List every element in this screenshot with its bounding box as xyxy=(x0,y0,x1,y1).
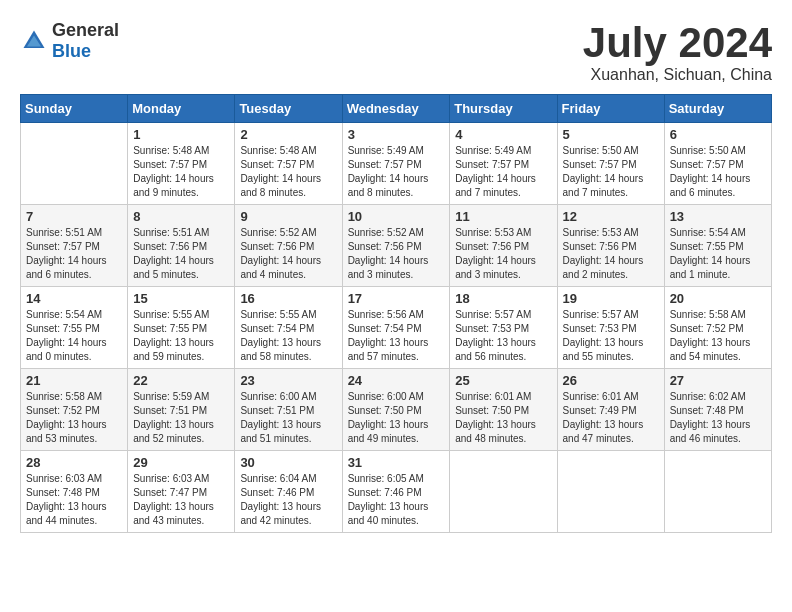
day-number: 7 xyxy=(26,209,122,224)
weekday-header: Thursday xyxy=(450,95,557,123)
day-info: Sunrise: 5:52 AM Sunset: 7:56 PM Dayligh… xyxy=(348,226,445,282)
calendar-week-row: 28Sunrise: 6:03 AM Sunset: 7:48 PM Dayli… xyxy=(21,451,772,533)
calendar-week-row: 21Sunrise: 5:58 AM Sunset: 7:52 PM Dayli… xyxy=(21,369,772,451)
day-number: 9 xyxy=(240,209,336,224)
weekday-header: Wednesday xyxy=(342,95,450,123)
calendar-week-row: 1Sunrise: 5:48 AM Sunset: 7:57 PM Daylig… xyxy=(21,123,772,205)
calendar-cell: 15Sunrise: 5:55 AM Sunset: 7:55 PM Dayli… xyxy=(128,287,235,369)
day-info: Sunrise: 6:05 AM Sunset: 7:46 PM Dayligh… xyxy=(348,472,445,528)
day-number: 21 xyxy=(26,373,122,388)
calendar-cell xyxy=(557,451,664,533)
calendar-cell: 25Sunrise: 6:01 AM Sunset: 7:50 PM Dayli… xyxy=(450,369,557,451)
day-number: 18 xyxy=(455,291,551,306)
weekday-header: Monday xyxy=(128,95,235,123)
day-number: 29 xyxy=(133,455,229,470)
day-number: 4 xyxy=(455,127,551,142)
weekday-header: Tuesday xyxy=(235,95,342,123)
calendar-cell xyxy=(21,123,128,205)
day-info: Sunrise: 5:59 AM Sunset: 7:51 PM Dayligh… xyxy=(133,390,229,446)
calendar-cell: 26Sunrise: 6:01 AM Sunset: 7:49 PM Dayli… xyxy=(557,369,664,451)
day-info: Sunrise: 5:48 AM Sunset: 7:57 PM Dayligh… xyxy=(133,144,229,200)
calendar-cell: 17Sunrise: 5:56 AM Sunset: 7:54 PM Dayli… xyxy=(342,287,450,369)
calendar-cell: 4Sunrise: 5:49 AM Sunset: 7:57 PM Daylig… xyxy=(450,123,557,205)
day-info: Sunrise: 5:48 AM Sunset: 7:57 PM Dayligh… xyxy=(240,144,336,200)
month-title: July 2024 xyxy=(583,20,772,66)
day-info: Sunrise: 5:50 AM Sunset: 7:57 PM Dayligh… xyxy=(670,144,766,200)
calendar-cell: 27Sunrise: 6:02 AM Sunset: 7:48 PM Dayli… xyxy=(664,369,771,451)
day-number: 3 xyxy=(348,127,445,142)
day-info: Sunrise: 5:55 AM Sunset: 7:55 PM Dayligh… xyxy=(133,308,229,364)
day-number: 14 xyxy=(26,291,122,306)
calendar-cell: 6Sunrise: 5:50 AM Sunset: 7:57 PM Daylig… xyxy=(664,123,771,205)
day-number: 5 xyxy=(563,127,659,142)
day-info: Sunrise: 6:00 AM Sunset: 7:50 PM Dayligh… xyxy=(348,390,445,446)
day-info: Sunrise: 6:00 AM Sunset: 7:51 PM Dayligh… xyxy=(240,390,336,446)
day-number: 28 xyxy=(26,455,122,470)
day-info: Sunrise: 5:51 AM Sunset: 7:56 PM Dayligh… xyxy=(133,226,229,282)
weekday-header: Sunday xyxy=(21,95,128,123)
calendar-cell: 10Sunrise: 5:52 AM Sunset: 7:56 PM Dayli… xyxy=(342,205,450,287)
day-number: 10 xyxy=(348,209,445,224)
calendar-cell: 18Sunrise: 5:57 AM Sunset: 7:53 PM Dayli… xyxy=(450,287,557,369)
day-number: 22 xyxy=(133,373,229,388)
calendar-cell: 22Sunrise: 5:59 AM Sunset: 7:51 PM Dayli… xyxy=(128,369,235,451)
calendar-cell: 28Sunrise: 6:03 AM Sunset: 7:48 PM Dayli… xyxy=(21,451,128,533)
page-header: General Blue July 2024 Xuanhan, Sichuan,… xyxy=(20,20,772,84)
calendar-cell: 1Sunrise: 5:48 AM Sunset: 7:57 PM Daylig… xyxy=(128,123,235,205)
day-info: Sunrise: 6:01 AM Sunset: 7:49 PM Dayligh… xyxy=(563,390,659,446)
calendar-cell: 8Sunrise: 5:51 AM Sunset: 7:56 PM Daylig… xyxy=(128,205,235,287)
day-number: 15 xyxy=(133,291,229,306)
weekday-header-row: SundayMondayTuesdayWednesdayThursdayFrid… xyxy=(21,95,772,123)
day-number: 26 xyxy=(563,373,659,388)
day-info: Sunrise: 5:58 AM Sunset: 7:52 PM Dayligh… xyxy=(670,308,766,364)
calendar-cell: 21Sunrise: 5:58 AM Sunset: 7:52 PM Dayli… xyxy=(21,369,128,451)
day-info: Sunrise: 5:50 AM Sunset: 7:57 PM Dayligh… xyxy=(563,144,659,200)
day-info: Sunrise: 5:58 AM Sunset: 7:52 PM Dayligh… xyxy=(26,390,122,446)
day-info: Sunrise: 6:03 AM Sunset: 7:48 PM Dayligh… xyxy=(26,472,122,528)
calendar-cell: 11Sunrise: 5:53 AM Sunset: 7:56 PM Dayli… xyxy=(450,205,557,287)
calendar-week-row: 14Sunrise: 5:54 AM Sunset: 7:55 PM Dayli… xyxy=(21,287,772,369)
day-number: 20 xyxy=(670,291,766,306)
day-number: 17 xyxy=(348,291,445,306)
logo-blue-text: Blue xyxy=(52,41,91,61)
day-number: 24 xyxy=(348,373,445,388)
day-number: 1 xyxy=(133,127,229,142)
calendar-cell: 14Sunrise: 5:54 AM Sunset: 7:55 PM Dayli… xyxy=(21,287,128,369)
calendar-cell: 29Sunrise: 6:03 AM Sunset: 7:47 PM Dayli… xyxy=(128,451,235,533)
location-title: Xuanhan, Sichuan, China xyxy=(583,66,772,84)
calendar-cell: 24Sunrise: 6:00 AM Sunset: 7:50 PM Dayli… xyxy=(342,369,450,451)
calendar-table: SundayMondayTuesdayWednesdayThursdayFrid… xyxy=(20,94,772,533)
day-info: Sunrise: 6:02 AM Sunset: 7:48 PM Dayligh… xyxy=(670,390,766,446)
day-info: Sunrise: 5:51 AM Sunset: 7:57 PM Dayligh… xyxy=(26,226,122,282)
day-info: Sunrise: 6:03 AM Sunset: 7:47 PM Dayligh… xyxy=(133,472,229,528)
day-info: Sunrise: 5:53 AM Sunset: 7:56 PM Dayligh… xyxy=(563,226,659,282)
day-number: 11 xyxy=(455,209,551,224)
calendar-week-row: 7Sunrise: 5:51 AM Sunset: 7:57 PM Daylig… xyxy=(21,205,772,287)
calendar-cell: 9Sunrise: 5:52 AM Sunset: 7:56 PM Daylig… xyxy=(235,205,342,287)
day-number: 16 xyxy=(240,291,336,306)
calendar-cell: 13Sunrise: 5:54 AM Sunset: 7:55 PM Dayli… xyxy=(664,205,771,287)
weekday-header: Friday xyxy=(557,95,664,123)
calendar-cell: 2Sunrise: 5:48 AM Sunset: 7:57 PM Daylig… xyxy=(235,123,342,205)
calendar-cell xyxy=(664,451,771,533)
day-number: 27 xyxy=(670,373,766,388)
day-number: 23 xyxy=(240,373,336,388)
logo-general-text: General xyxy=(52,20,119,40)
calendar-cell: 31Sunrise: 6:05 AM Sunset: 7:46 PM Dayli… xyxy=(342,451,450,533)
calendar-cell: 12Sunrise: 5:53 AM Sunset: 7:56 PM Dayli… xyxy=(557,205,664,287)
day-info: Sunrise: 5:49 AM Sunset: 7:57 PM Dayligh… xyxy=(455,144,551,200)
day-info: Sunrise: 5:57 AM Sunset: 7:53 PM Dayligh… xyxy=(563,308,659,364)
day-number: 6 xyxy=(670,127,766,142)
day-number: 25 xyxy=(455,373,551,388)
calendar-cell xyxy=(450,451,557,533)
day-info: Sunrise: 6:01 AM Sunset: 7:50 PM Dayligh… xyxy=(455,390,551,446)
title-block: July 2024 Xuanhan, Sichuan, China xyxy=(583,20,772,84)
calendar-cell: 16Sunrise: 5:55 AM Sunset: 7:54 PM Dayli… xyxy=(235,287,342,369)
day-info: Sunrise: 5:49 AM Sunset: 7:57 PM Dayligh… xyxy=(348,144,445,200)
day-info: Sunrise: 5:55 AM Sunset: 7:54 PM Dayligh… xyxy=(240,308,336,364)
day-info: Sunrise: 5:52 AM Sunset: 7:56 PM Dayligh… xyxy=(240,226,336,282)
day-number: 19 xyxy=(563,291,659,306)
day-number: 31 xyxy=(348,455,445,470)
calendar-cell: 3Sunrise: 5:49 AM Sunset: 7:57 PM Daylig… xyxy=(342,123,450,205)
logo: General Blue xyxy=(20,20,119,62)
